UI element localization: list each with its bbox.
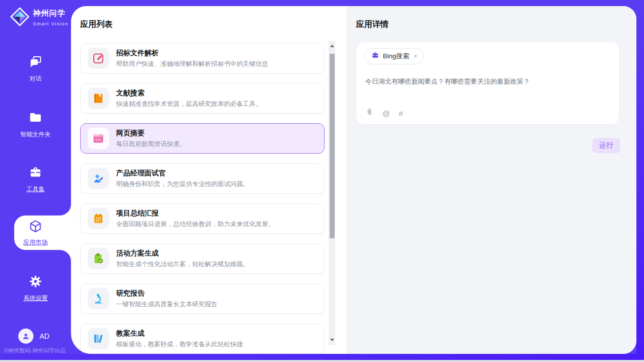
- mention-icon[interactable]: @: [382, 109, 390, 118]
- sidebar-item-label: 工具集: [2, 185, 69, 194]
- app-card-research-report[interactable]: 研究报告 一键智能生成高质量长文本研究报告: [80, 283, 325, 314]
- scroll-up-icon[interactable]: [329, 43, 335, 49]
- sidebar-item-chat[interactable]: 对话: [2, 55, 69, 83]
- app-name: 活动方案生成: [116, 249, 249, 258]
- avatar: [18, 329, 33, 344]
- scrollbar-thumb[interactable]: [330, 54, 335, 238]
- brand-diamond-icon: [10, 7, 29, 28]
- clipboard-check-icon: [88, 248, 109, 269]
- hash-icon[interactable]: #: [399, 109, 403, 118]
- scroll-down-icon[interactable]: [329, 337, 335, 343]
- tool-tag-bing-search[interactable]: Bing搜索 ×: [365, 48, 424, 64]
- user-account[interactable]: AD: [18, 329, 49, 344]
- app-card-lesson-plan[interactable]: 教案生成 模板驱动，教案秒成，教学准备从此轻松快捷: [80, 323, 325, 354]
- app-desc: 智能生成个性化活动方案，轻松解决规划难题。: [116, 260, 249, 269]
- app-card-webpage-summary[interactable]: </> 网页摘要 每日政府新闻资讯快查。: [80, 123, 325, 154]
- frame-bottom-strip: [0, 354, 644, 360]
- app-card-bid-parse[interactable]: 招标文件解析 帮助用户快速、准确地理解和解析招标书中的关键信息: [80, 43, 325, 74]
- books-icon: [88, 328, 109, 349]
- sidebar-item-label: 系统设置: [2, 294, 69, 303]
- app-card-event-plan[interactable]: 活动方案生成 智能生成个性化活动方案，轻松解决规划难题。: [80, 243, 325, 274]
- sidebar-item-settings[interactable]: 系统设置: [2, 274, 69, 303]
- app-card-project-summary[interactable]: 项目总结汇报 全面回顾项目进展，总结经验教训，助力未来优化发展。: [80, 203, 325, 234]
- app-desc: 模板驱动，教案秒成，教学准备从此轻松快捷: [116, 340, 243, 349]
- app-name: 项目总结汇报: [116, 209, 275, 218]
- cube-icon: [28, 219, 43, 236]
- app-desc: 明确身份和职责，为您提供专业性的面试问题。: [116, 180, 249, 189]
- book-icon: [88, 88, 109, 109]
- main-panel: 应用列表 招标文件解析 帮助用户快速、准确地理解和解析招标书中的关键信息: [71, 6, 636, 354]
- sidebar-item-toolset[interactable]: 工具集: [2, 165, 69, 194]
- brand-subtitle: Smart Vision: [33, 21, 68, 26]
- sidebar-item-smart-folder[interactable]: 智能文件夹: [2, 111, 69, 139]
- interviewer-icon: [88, 168, 109, 189]
- app-name: 文献搜索: [116, 89, 262, 97]
- active-pill-corner-bottom: [60, 250, 71, 261]
- folder-icon: [28, 111, 43, 127]
- app-desc: 帮助用户快速、准确地理解和解析招标书中的关键信息: [116, 60, 268, 68]
- app-name: 招标文件解析: [116, 49, 268, 57]
- app-name: 教案生成: [116, 329, 243, 338]
- gear-icon: [28, 274, 43, 291]
- run-button[interactable]: 运行: [592, 138, 620, 153]
- notepad-icon: [88, 208, 109, 229]
- brand-logo: 神州问学 Smart Vision: [10, 7, 68, 28]
- attachment-toolbar: @ #: [365, 108, 403, 119]
- brand-name: 神州问学: [33, 9, 65, 17]
- app-name: 研究报告: [116, 289, 218, 298]
- close-icon[interactable]: ×: [414, 53, 417, 60]
- edit-square-icon: [88, 48, 109, 69]
- app-list: 招标文件解析 帮助用户快速、准确地理解和解析招标书中的关键信息 文献搜索 快速精…: [80, 43, 325, 354]
- paperclip-icon[interactable]: [365, 108, 374, 119]
- app-root: { "brand": { "name": "神州问学", "subtitle":…: [0, 0, 644, 362]
- frame-right-edge: [636, 0, 644, 360]
- app-detail-title: 应用详情: [356, 19, 388, 30]
- copyright-text: ©神州数码·神州问学出品: [4, 347, 71, 354]
- app-desc: 一键智能生成高质量长文本研究报告: [116, 300, 218, 309]
- prompt-card: Bing搜索 × 今日湖北有哪些新闻要点？有哪些需要关注的最新政策？ @ #: [356, 42, 620, 125]
- webpage-code-icon: </>: [88, 128, 109, 149]
- microscope-icon: [88, 288, 109, 309]
- sidebar-item-label: 应用市场: [14, 238, 57, 247]
- app-card-pm-interviewer[interactable]: 产品经理面试官 明确身份和职责，为您提供专业性的面试问题。: [80, 163, 325, 194]
- active-pill-corner-top: [60, 204, 71, 215]
- app-name: 网页摘要: [116, 129, 186, 137]
- app-card-literature-search[interactable]: 文献搜索 快速精准查找学术资源，提高研究效率的必备工具。: [80, 83, 325, 114]
- app-list-title: 应用列表: [80, 19, 113, 30]
- svg-text:</>: </>: [95, 138, 102, 142]
- query-input[interactable]: 今日湖北有哪些新闻要点？有哪些需要关注的最新政策？: [365, 77, 609, 86]
- app-desc: 快速精准查找学术资源，提高研究效率的必备工具。: [116, 100, 262, 108]
- user-name: AD: [40, 332, 49, 340]
- list-scrollbar[interactable]: [329, 41, 335, 345]
- sidebar: 神州问学 Smart Vision 对话 智能文件夹 工具集: [0, 0, 71, 360]
- sidebar-item-label: 智能文件夹: [2, 130, 69, 139]
- toolbox-icon: [28, 165, 43, 182]
- page-bottom-edge: [0, 360, 644, 362]
- app-desc: 每日政府新闻资讯快查。: [116, 140, 186, 149]
- sidebar-item-label: 对话: [2, 75, 69, 83]
- sidebar-item-app-market[interactable]: 应用市场: [14, 219, 57, 247]
- tool-tag-label: Bing搜索: [383, 52, 409, 61]
- chat-icon: [28, 55, 43, 71]
- app-desc: 全面回顾项目进展，总结经验教训，助力未来优化发展。: [116, 220, 275, 229]
- app-detail-panel: 应用详情 Bing搜索 × 今日湖北有哪些新闻要点？有哪些需要关注的最新政策？: [346, 6, 636, 354]
- briefcase-icon: [371, 51, 379, 61]
- app-name: 产品经理面试官: [116, 169, 249, 177]
